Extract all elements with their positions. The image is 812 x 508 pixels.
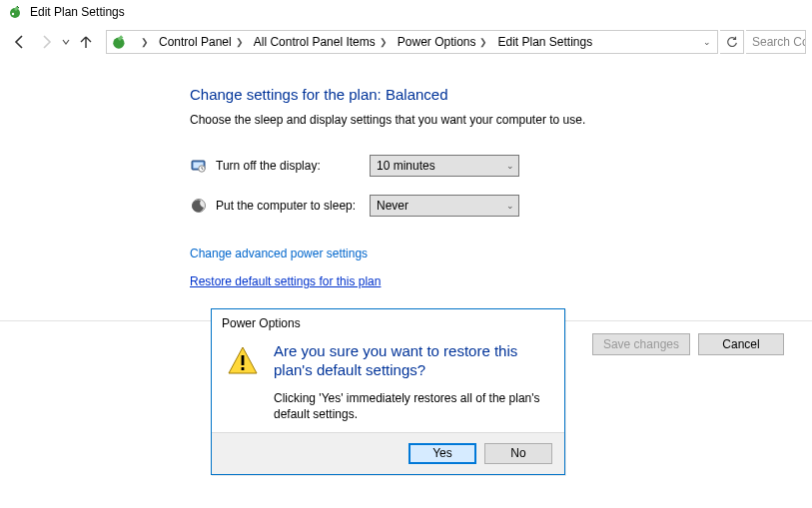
- combo-value: Never: [377, 199, 408, 213]
- breadcrumb-item[interactable]: All Control Panel Items❯: [248, 31, 392, 53]
- chevron-down-icon: ⌄: [506, 201, 514, 211]
- up-button[interactable]: [74, 30, 98, 54]
- action-buttons: Save changes Cancel: [592, 333, 784, 355]
- svg-rect-8: [242, 367, 245, 370]
- page-heading: Change settings for the plan: Balanced: [190, 86, 812, 103]
- window-titlebar: Edit Plan Settings: [0, 0, 812, 24]
- no-button[interactable]: No: [484, 443, 552, 464]
- dialog-title: Power Options: [212, 309, 564, 336]
- app-icon: [8, 4, 24, 20]
- yes-button[interactable]: Yes: [408, 443, 476, 464]
- confirm-dialog: Power Options Are you sure you want to r…: [211, 308, 565, 475]
- forward-button[interactable]: [34, 30, 58, 54]
- breadcrumb-dropdown[interactable]: ⌄: [699, 37, 715, 47]
- sleep-timeout-combo[interactable]: Never ⌄: [370, 195, 519, 217]
- breadcrumb-icon: [111, 33, 129, 51]
- breadcrumb-item[interactable]: Power Options❯: [392, 31, 492, 53]
- setting-label: Turn off the display:: [216, 159, 370, 173]
- setting-row-sleep: Put the computer to sleep: Never ⌄: [190, 195, 812, 217]
- setting-row-display: Turn off the display: 10 minutes ⌄: [190, 155, 812, 177]
- breadcrumb-item[interactable]: Control Panel❯: [153, 31, 248, 53]
- back-button[interactable]: [8, 30, 32, 54]
- chevron-right-icon[interactable]: ❯: [131, 31, 153, 53]
- dialog-footer: Yes No: [212, 432, 564, 474]
- restore-defaults-link[interactable]: Restore default settings for this plan: [190, 274, 812, 288]
- breadcrumb-item[interactable]: Edit Plan Settings: [491, 31, 596, 53]
- search-placeholder: Search Cor: [752, 35, 806, 49]
- dialog-sub-text: Clicking 'Yes' immediately restores all …: [274, 390, 550, 422]
- dialog-main-text: Are you sure you want to restore this pl…: [274, 342, 550, 380]
- breadcrumb[interactable]: ❯ Control Panel❯ All Control Panel Items…: [106, 30, 718, 54]
- main-content: Change settings for the plan: Balanced C…: [0, 60, 812, 288]
- advanced-settings-link[interactable]: Change advanced power settings: [190, 247, 812, 260]
- save-button[interactable]: Save changes: [592, 333, 690, 355]
- cancel-button[interactable]: Cancel: [698, 333, 784, 355]
- window-title: Edit Plan Settings: [30, 5, 125, 19]
- svg-rect-7: [242, 355, 245, 365]
- display-icon: [190, 157, 208, 175]
- chevron-down-icon: ⌄: [506, 161, 514, 171]
- display-timeout-combo[interactable]: 10 minutes ⌄: [370, 155, 519, 177]
- history-dropdown[interactable]: [60, 30, 72, 54]
- combo-value: 10 minutes: [377, 159, 435, 173]
- navigation-bar: ❯ Control Panel❯ All Control Panel Items…: [0, 24, 812, 60]
- refresh-button[interactable]: [720, 30, 744, 54]
- page-subtext: Choose the sleep and display settings th…: [190, 113, 812, 127]
- search-input[interactable]: Search Cor: [746, 30, 806, 54]
- sleep-icon: [190, 197, 208, 215]
- svg-point-1: [12, 13, 14, 15]
- warning-icon: [226, 344, 260, 378]
- setting-label: Put the computer to sleep:: [216, 199, 370, 213]
